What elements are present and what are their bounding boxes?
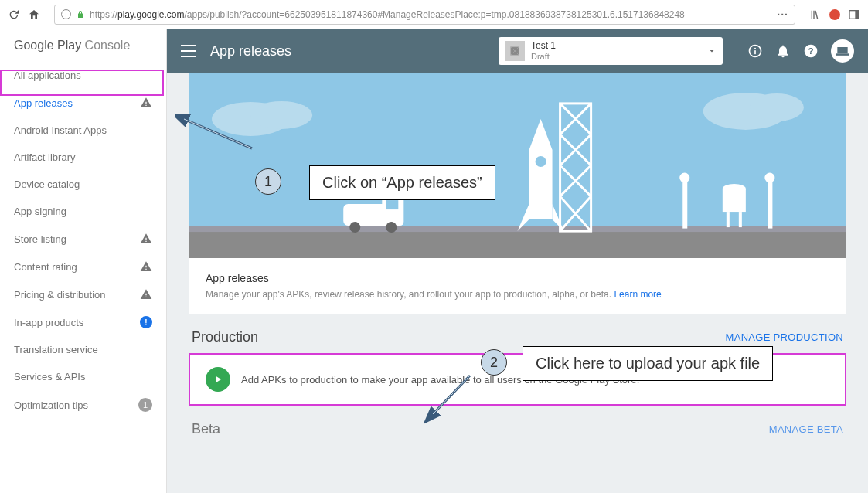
selected-app-status: Draft [531,52,701,61]
svg-rect-8 [836,53,849,56]
svg-point-20 [386,222,397,233]
sidebar-toggle-icon[interactable] [848,8,860,21]
extension-icon[interactable] [829,9,840,20]
count-badge: 1 [138,398,152,412]
svg-rect-7 [837,47,847,53]
sidebar-item-translation-service[interactable]: Translation service [0,336,166,363]
hero-title: App releases [206,272,829,284]
svg-point-19 [349,222,360,233]
sidebar-item-store-listing[interactable]: Store listing [0,225,166,253]
sidebar-item-app-signing[interactable]: App signing [0,198,166,225]
annotation-callout-2: Click here to upload your apk file [523,346,773,381]
sidebar-item-artifact-library[interactable]: Artifact library [0,144,166,171]
play-icon [206,367,230,392]
hero-subtitle: Manage your app's APKs, review release h… [206,289,829,300]
svg-rect-27 [727,212,730,227]
sidebar-item-label: Pricing & distribution [14,289,106,301]
sidebar-item-all-applications[interactable]: All applications [0,62,166,89]
svg-rect-14 [189,230,846,258]
hero-description: App releases Manage your app's APKs, rev… [189,258,846,314]
svg-point-24 [681,174,689,182]
library-icon[interactable] [809,8,822,21]
svg-point-30 [766,174,774,182]
svg-point-3 [754,48,756,49]
annotation-step-1: 1 [255,168,281,195]
sidebar-item-services-apis[interactable]: Services & APIs [0,363,166,390]
manage-production-button[interactable]: MANAGE PRODUCTION [726,332,843,343]
sidebar-item-optimization-tips[interactable]: Optimization tips1 [0,390,166,420]
svg-rect-28 [739,212,742,227]
sidebar-item-android-instant-apps[interactable]: Android Instant Apps [0,117,166,144]
sidebar-item-label: Services & APIs [14,371,85,382]
learn-more-link[interactable]: Learn more [614,289,661,300]
svg-point-11 [250,101,312,129]
sidebar-item-label: In-app products [14,317,83,328]
sidebar-item-device-catalog[interactable]: Device catalog [0,171,166,198]
app-selector[interactable]: Test 1 Draft [499,37,723,65]
manage-beta-button[interactable]: MANAGE BETA [769,423,843,435]
annotation-callout-1: Click on “App releases” [309,165,495,200]
sidebar-logo: Google Play Console [0,39,166,62]
warning-icon [140,97,152,109]
help-icon[interactable]: ? [803,43,819,59]
warning-icon [140,260,152,273]
url-more-icon[interactable]: ··· [777,8,788,21]
home-icon[interactable] [28,8,40,21]
app-icon-placeholder [505,41,525,61]
alert-icon: ! [140,316,152,328]
url-bar[interactable]: i https://play.google.com/apps/publish/?… [54,5,795,25]
chevron-down-icon [707,46,717,56]
reload-icon[interactable] [8,8,20,21]
annotation-arrow-2 [424,371,485,425]
page-title: App releases [210,43,291,60]
browser-toolbar: i https://play.google.com/apps/publish/?… [0,0,868,29]
svg-text:?: ? [808,46,813,56]
sidebar-item-label: Artifact library [14,151,75,163]
sidebar: Google Play Console All applicationsApp … [0,29,167,493]
svg-rect-4 [754,50,756,54]
sidebar-item-content-rating[interactable]: Content rating [0,253,166,280]
svg-rect-1 [855,10,859,19]
sidebar-item-pricing-distribution[interactable]: Pricing & distribution [0,280,166,308]
svg-rect-26 [723,189,746,212]
menu-icon[interactable] [181,45,196,57]
sidebar-item-label: Translation service [14,344,98,355]
sidebar-item-label: App releases [14,97,73,109]
bell-icon[interactable] [775,43,791,59]
sidebar-item-label: App signing [14,206,66,217]
sidebar-item-label: Device catalog [14,178,80,190]
url-text: https://play.google.com/apps/publish/?ac… [90,9,685,20]
lock-icon [76,10,85,19]
svg-line-34 [433,376,470,414]
warning-icon [140,288,152,301]
sidebar-item-label: Android Instant Apps [14,124,107,136]
sidebar-item-label: Content rating [14,261,77,273]
svg-rect-15 [189,226,846,232]
svg-point-13 [750,94,804,121]
step-2-badge: 2 [481,349,507,376]
annotation-arrow-1 [175,110,260,156]
info-icon: i [61,9,71,19]
beta-title: Beta [192,421,220,437]
sidebar-item-in-app-products[interactable]: In-app products! [0,308,166,336]
browser-right-icons [809,8,860,21]
sidebar-item-label: All applications [14,70,81,81]
svg-rect-18 [386,200,398,209]
info-icon[interactable] [747,43,763,59]
avatar[interactable] [831,39,854,63]
hero-banner [189,73,846,258]
sidebar-item-app-releases[interactable]: App releases [0,89,166,117]
svg-line-32 [184,119,252,148]
topbar: App releases Test 1 Draft ? [167,29,868,73]
content: App releases Manage your app's APKs, rev… [167,73,868,445]
selected-app-name: Test 1 [531,41,701,51]
main-area: App releases Test 1 Draft ? [167,29,868,493]
svg-point-22 [536,156,546,167]
warning-icon [140,233,152,245]
svg-rect-23 [684,181,686,227]
step-1-badge: 1 [255,168,281,195]
svg-rect-29 [769,181,771,227]
sidebar-item-label: Optimization tips [14,400,88,411]
production-title: Production [192,329,258,345]
annotation-step-2: 2 [481,349,507,376]
